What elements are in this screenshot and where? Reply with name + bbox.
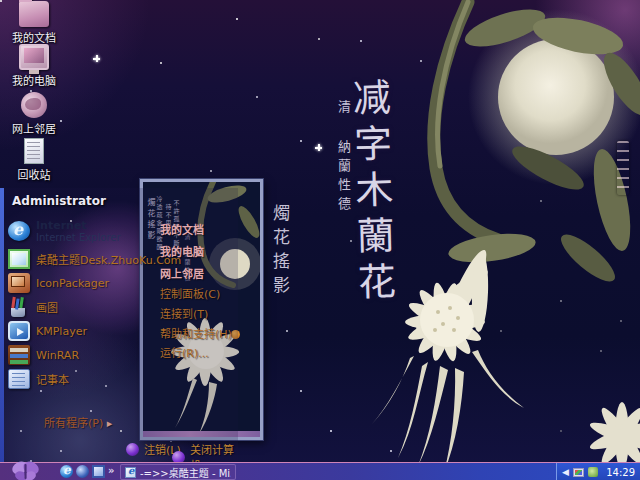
start-menu-edge	[0, 188, 4, 462]
start-menu-item-iconpackager[interactable]: IconPackager	[8, 272, 109, 294]
desktop-icon-label: 我的电脑	[2, 72, 66, 88]
desktop-icon-my-computer[interactable]: 我的电脑	[2, 44, 66, 88]
desktop-icon-my-documents[interactable]: 我的文档	[2, 1, 66, 45]
poem-author: 清 納蘭性德	[334, 100, 353, 216]
start-menu-item-my-computer[interactable]: 我的电脑	[160, 243, 204, 259]
desktop-icon-recycle-bin[interactable]: 回收站	[2, 138, 66, 182]
desktop-icon-label: 网上邻居	[2, 120, 66, 136]
start-menu-item-internet[interactable]: Internet Internet Explorer	[8, 218, 121, 244]
menu-item-label: 记事本	[36, 371, 69, 387]
my-documents-folder-icon	[19, 1, 49, 27]
log-off-orb-icon	[126, 443, 139, 456]
desktop-icon-network-places[interactable]: 网上邻居	[2, 92, 66, 136]
tray-volume-icon[interactable]	[588, 467, 598, 477]
start-menu: Administrator Internet Internet Explorer…	[0, 188, 238, 462]
start-button-butterfly-icon[interactable]	[8, 460, 42, 480]
desktop: 减字木蘭花 清 納蘭性德 燭花搖影 我的文档 我的电脑 网上邻居 回收站	[0, 0, 640, 480]
taskbar-clock[interactable]: 14:29	[606, 467, 635, 478]
start-menu-item-connect-to[interactable]: 连接到(T)	[160, 305, 208, 321]
start-menu-item-zhuoku[interactable]: 桌酷主题Desk.ZhuoKu.Com	[8, 248, 181, 270]
quicklaunch-browser-globe-icon[interactable]	[76, 465, 89, 478]
all-programs-label: 所有程序(P)	[44, 417, 103, 430]
start-menu-item-notepad[interactable]: 记事本	[8, 368, 69, 390]
start-menu-item-run[interactable]: 运行(R)...	[160, 344, 209, 360]
all-programs-arrow-icon: ▸	[107, 417, 113, 430]
system-tray: ◀ 14:29	[556, 463, 640, 480]
all-programs-button[interactable]: 所有程序(P) ▸	[44, 414, 112, 430]
start-menu-item-my-documents[interactable]: 我的文档	[160, 221, 204, 237]
desktop-icon-label: 我的文档	[2, 29, 66, 45]
poem-first-line: 燭花搖影	[268, 204, 293, 300]
desktop-icon-label: 回收站	[2, 166, 66, 182]
start-menu-item-network-places[interactable]: 网上邻居	[160, 265, 204, 281]
recycle-bin-icon	[24, 138, 44, 164]
menu-item-label: 画图	[36, 299, 58, 315]
task-button-zhuoku-theme[interactable]: -=>>桌酷主题 - Mi...	[120, 464, 236, 480]
internet-explorer-icon	[8, 221, 30, 241]
tray-collapse-chevron-icon[interactable]: ◀	[562, 467, 569, 477]
menu-item-label: KMPlayer	[36, 325, 87, 338]
start-menu-username: Administrator	[12, 194, 106, 208]
menu-item-label: IconPackager	[36, 277, 109, 290]
start-menu-item-kmplayer[interactable]: KMPlayer	[8, 320, 87, 342]
task-button-label: -=>>桌酷主题 - Mi...	[140, 465, 231, 480]
network-places-icon	[21, 92, 47, 118]
artist-seal-stamp	[617, 141, 629, 195]
start-menu-item-paint[interactable]: 画图	[8, 296, 58, 318]
my-computer-icon	[19, 44, 49, 70]
internet-explorer-document-icon	[125, 467, 136, 478]
start-menu-item-help-support[interactable]: 帮助和支持(H)	[160, 325, 232, 341]
winrar-icon	[8, 345, 30, 365]
start-menu-item-winrar[interactable]: WinRAR	[8, 344, 79, 366]
quicklaunch-internet-explorer-icon[interactable]	[60, 465, 73, 478]
notepad-icon	[8, 369, 30, 389]
menu-item-label: WinRAR	[36, 349, 79, 362]
quicklaunch-overflow-chevron-icon[interactable]: »	[108, 465, 114, 476]
poem-title: 减字木蘭花	[349, 78, 393, 309]
menu-item-sublabel: Internet Explorer	[36, 232, 121, 243]
taskbar: » -=>>桌酷主题 - Mi... ◀ 14:29	[0, 462, 640, 480]
paint-brushes-icon	[8, 297, 30, 317]
zhuoku-theme-icon	[8, 249, 30, 269]
iconpackager-icon	[8, 273, 30, 293]
tray-display-settings-icon[interactable]	[573, 468, 584, 477]
menu-item-label: Internet	[36, 219, 121, 232]
start-menu-item-control-panel[interactable]: 控制面板(C)	[160, 285, 220, 301]
quicklaunch-show-desktop-icon[interactable]	[92, 465, 105, 478]
kmplayer-icon	[8, 321, 30, 341]
